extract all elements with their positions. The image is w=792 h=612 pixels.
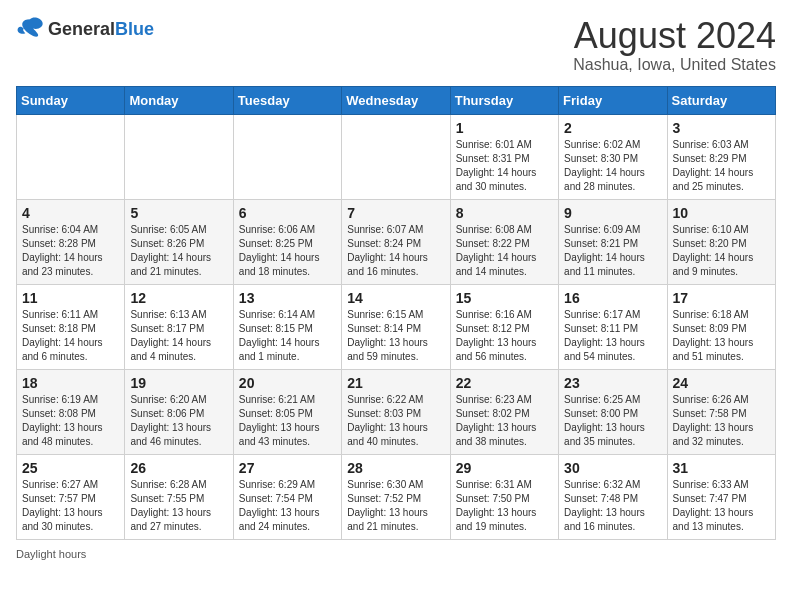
calendar-cell: 5Sunrise: 6:05 AMSunset: 8:26 PMDaylight…: [125, 199, 233, 284]
calendar-cell: 2Sunrise: 6:02 AMSunset: 8:30 PMDaylight…: [559, 114, 667, 199]
day-number: 24: [673, 375, 770, 391]
day-number: 29: [456, 460, 553, 476]
calendar-cell: 30Sunrise: 6:32 AMSunset: 7:48 PMDayligh…: [559, 454, 667, 539]
day-number: 3: [673, 120, 770, 136]
calendar-cell: 24Sunrise: 6:26 AMSunset: 7:58 PMDayligh…: [667, 369, 775, 454]
column-header-wednesday: Wednesday: [342, 86, 450, 114]
footer-note: Daylight hours: [16, 548, 776, 560]
logo: GeneralBlue: [16, 16, 154, 42]
day-info: Sunrise: 6:09 AMSunset: 8:21 PMDaylight:…: [564, 223, 661, 279]
calendar-table: SundayMondayTuesdayWednesdayThursdayFrid…: [16, 86, 776, 540]
calendar-cell: 31Sunrise: 6:33 AMSunset: 7:47 PMDayligh…: [667, 454, 775, 539]
day-info: Sunrise: 6:02 AMSunset: 8:30 PMDaylight:…: [564, 138, 661, 194]
day-info: Sunrise: 6:23 AMSunset: 8:02 PMDaylight:…: [456, 393, 553, 449]
calendar-cell: 15Sunrise: 6:16 AMSunset: 8:12 PMDayligh…: [450, 284, 558, 369]
day-info: Sunrise: 6:13 AMSunset: 8:17 PMDaylight:…: [130, 308, 227, 364]
day-info: Sunrise: 6:07 AMSunset: 8:24 PMDaylight:…: [347, 223, 444, 279]
day-number: 1: [456, 120, 553, 136]
day-info: Sunrise: 6:04 AMSunset: 8:28 PMDaylight:…: [22, 223, 119, 279]
day-number: 17: [673, 290, 770, 306]
calendar-cell: 11Sunrise: 6:11 AMSunset: 8:18 PMDayligh…: [17, 284, 125, 369]
day-number: 26: [130, 460, 227, 476]
calendar-cell: 25Sunrise: 6:27 AMSunset: 7:57 PMDayligh…: [17, 454, 125, 539]
calendar-cell: 22Sunrise: 6:23 AMSunset: 8:02 PMDayligh…: [450, 369, 558, 454]
calendar-cell: 4Sunrise: 6:04 AMSunset: 8:28 PMDaylight…: [17, 199, 125, 284]
day-number: 12: [130, 290, 227, 306]
calendar-cell: 26Sunrise: 6:28 AMSunset: 7:55 PMDayligh…: [125, 454, 233, 539]
calendar-cell: 17Sunrise: 6:18 AMSunset: 8:09 PMDayligh…: [667, 284, 775, 369]
calendar-week-1: 1Sunrise: 6:01 AMSunset: 8:31 PMDaylight…: [17, 114, 776, 199]
day-number: 14: [347, 290, 444, 306]
calendar-header-row: SundayMondayTuesdayWednesdayThursdayFrid…: [17, 86, 776, 114]
day-number: 5: [130, 205, 227, 221]
day-info: Sunrise: 6:29 AMSunset: 7:54 PMDaylight:…: [239, 478, 336, 534]
header: GeneralBlue August 2024 Nashua, Iowa, Un…: [16, 16, 776, 74]
calendar-cell: 21Sunrise: 6:22 AMSunset: 8:03 PMDayligh…: [342, 369, 450, 454]
day-info: Sunrise: 6:17 AMSunset: 8:11 PMDaylight:…: [564, 308, 661, 364]
logo-blue: Blue: [115, 19, 154, 39]
day-number: 11: [22, 290, 119, 306]
day-number: 31: [673, 460, 770, 476]
day-info: Sunrise: 6:27 AMSunset: 7:57 PMDaylight:…: [22, 478, 119, 534]
day-number: 19: [130, 375, 227, 391]
day-info: Sunrise: 6:06 AMSunset: 8:25 PMDaylight:…: [239, 223, 336, 279]
day-number: 16: [564, 290, 661, 306]
calendar-week-2: 4Sunrise: 6:04 AMSunset: 8:28 PMDaylight…: [17, 199, 776, 284]
day-info: Sunrise: 6:14 AMSunset: 8:15 PMDaylight:…: [239, 308, 336, 364]
column-header-sunday: Sunday: [17, 86, 125, 114]
day-number: 30: [564, 460, 661, 476]
daylight-label: Daylight hours: [16, 548, 86, 560]
day-info: Sunrise: 6:16 AMSunset: 8:12 PMDaylight:…: [456, 308, 553, 364]
day-info: Sunrise: 6:33 AMSunset: 7:47 PMDaylight:…: [673, 478, 770, 534]
calendar-cell: [17, 114, 125, 199]
day-info: Sunrise: 6:10 AMSunset: 8:20 PMDaylight:…: [673, 223, 770, 279]
calendar-week-5: 25Sunrise: 6:27 AMSunset: 7:57 PMDayligh…: [17, 454, 776, 539]
column-header-saturday: Saturday: [667, 86, 775, 114]
column-header-friday: Friday: [559, 86, 667, 114]
calendar-cell: 7Sunrise: 6:07 AMSunset: 8:24 PMDaylight…: [342, 199, 450, 284]
day-info: Sunrise: 6:05 AMSunset: 8:26 PMDaylight:…: [130, 223, 227, 279]
day-info: Sunrise: 6:26 AMSunset: 7:58 PMDaylight:…: [673, 393, 770, 449]
logo-general: General: [48, 19, 115, 39]
calendar-cell: 13Sunrise: 6:14 AMSunset: 8:15 PMDayligh…: [233, 284, 341, 369]
day-info: Sunrise: 6:30 AMSunset: 7:52 PMDaylight:…: [347, 478, 444, 534]
day-number: 10: [673, 205, 770, 221]
calendar-cell: [342, 114, 450, 199]
day-number: 27: [239, 460, 336, 476]
column-header-tuesday: Tuesday: [233, 86, 341, 114]
calendar-cell: 19Sunrise: 6:20 AMSunset: 8:06 PMDayligh…: [125, 369, 233, 454]
logo-text: GeneralBlue: [48, 19, 154, 40]
day-info: Sunrise: 6:32 AMSunset: 7:48 PMDaylight:…: [564, 478, 661, 534]
day-info: Sunrise: 6:22 AMSunset: 8:03 PMDaylight:…: [347, 393, 444, 449]
calendar-week-4: 18Sunrise: 6:19 AMSunset: 8:08 PMDayligh…: [17, 369, 776, 454]
logo-icon: [16, 16, 44, 42]
day-number: 21: [347, 375, 444, 391]
calendar-cell: 14Sunrise: 6:15 AMSunset: 8:14 PMDayligh…: [342, 284, 450, 369]
day-number: 7: [347, 205, 444, 221]
calendar-cell: [233, 114, 341, 199]
calendar-cell: 18Sunrise: 6:19 AMSunset: 8:08 PMDayligh…: [17, 369, 125, 454]
day-number: 18: [22, 375, 119, 391]
day-info: Sunrise: 6:19 AMSunset: 8:08 PMDaylight:…: [22, 393, 119, 449]
day-number: 25: [22, 460, 119, 476]
day-number: 13: [239, 290, 336, 306]
day-info: Sunrise: 6:28 AMSunset: 7:55 PMDaylight:…: [130, 478, 227, 534]
calendar-cell: 27Sunrise: 6:29 AMSunset: 7:54 PMDayligh…: [233, 454, 341, 539]
calendar-cell: 8Sunrise: 6:08 AMSunset: 8:22 PMDaylight…: [450, 199, 558, 284]
calendar-cell: 12Sunrise: 6:13 AMSunset: 8:17 PMDayligh…: [125, 284, 233, 369]
title-area: August 2024 Nashua, Iowa, United States: [573, 16, 776, 74]
day-info: Sunrise: 6:25 AMSunset: 8:00 PMDaylight:…: [564, 393, 661, 449]
day-info: Sunrise: 6:08 AMSunset: 8:22 PMDaylight:…: [456, 223, 553, 279]
day-info: Sunrise: 6:18 AMSunset: 8:09 PMDaylight:…: [673, 308, 770, 364]
calendar-cell: 20Sunrise: 6:21 AMSunset: 8:05 PMDayligh…: [233, 369, 341, 454]
calendar-week-3: 11Sunrise: 6:11 AMSunset: 8:18 PMDayligh…: [17, 284, 776, 369]
day-number: 9: [564, 205, 661, 221]
day-number: 20: [239, 375, 336, 391]
day-info: Sunrise: 6:20 AMSunset: 8:06 PMDaylight:…: [130, 393, 227, 449]
calendar-cell: 28Sunrise: 6:30 AMSunset: 7:52 PMDayligh…: [342, 454, 450, 539]
day-info: Sunrise: 6:01 AMSunset: 8:31 PMDaylight:…: [456, 138, 553, 194]
calendar-cell: 1Sunrise: 6:01 AMSunset: 8:31 PMDaylight…: [450, 114, 558, 199]
day-number: 22: [456, 375, 553, 391]
day-info: Sunrise: 6:21 AMSunset: 8:05 PMDaylight:…: [239, 393, 336, 449]
day-number: 8: [456, 205, 553, 221]
